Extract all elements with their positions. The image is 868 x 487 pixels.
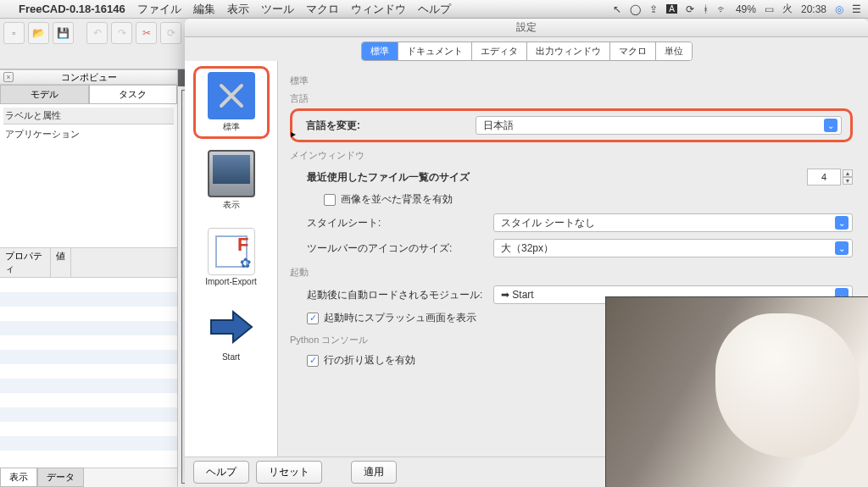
- battery-icon: ▭: [765, 3, 774, 15]
- pref-tab-output[interactable]: 出力ウィンドウ: [527, 42, 610, 60]
- cat-start-label: Start: [222, 352, 240, 362]
- app-name[interactable]: FreeCAD-0.18-16146: [19, 3, 125, 15]
- pref-tab-macro[interactable]: マクロ: [610, 42, 656, 60]
- dropdown-arrow-icon: ⌄: [835, 216, 849, 230]
- language-select[interactable]: 日本語 ⌄: [476, 116, 842, 135]
- menu-macro[interactable]: マクロ: [306, 2, 339, 17]
- control-center-icon[interactable]: ☰: [852, 3, 861, 15]
- property-header: プロパティ 値: [0, 248, 177, 278]
- status-circle-icon: ◯: [630, 3, 641, 15]
- import-export-icon: F ✿: [208, 228, 255, 275]
- tools-icon: [208, 72, 255, 119]
- cat-start[interactable]: Start: [193, 297, 270, 368]
- open-file-icon[interactable]: 📂: [28, 22, 49, 44]
- property-grid[interactable]: [0, 278, 177, 468]
- spin-down-icon[interactable]: ▼: [843, 177, 853, 185]
- wrap-label: 行の折り返しを有効: [324, 353, 415, 368]
- col-value: 値: [51, 248, 71, 277]
- pref-tab-units[interactable]: 単位: [656, 42, 692, 60]
- cat-general[interactable]: 標準: [193, 66, 270, 139]
- refresh-icon[interactable]: ⟳: [160, 22, 181, 44]
- menu-edit[interactable]: 編集: [193, 2, 215, 17]
- undo-icon[interactable]: ↶: [86, 22, 108, 44]
- clock-time: 20:38: [801, 3, 826, 15]
- recent-files-label: 最近使用したファイル一覧のサイズ: [307, 170, 493, 185]
- recent-files-value: 4: [821, 172, 826, 182]
- splash-label: 起動時にスプラッシュ画面を表示: [324, 311, 476, 325]
- dropbox-icon[interactable]: ⇪: [649, 3, 658, 15]
- cat-import-export[interactable]: F ✿ Import-Export: [193, 222, 270, 292]
- dropdown-arrow-icon: ⌄: [824, 119, 837, 132]
- icon-size-select[interactable]: 大（32px） ⌄: [493, 239, 853, 257]
- clock-day: 火: [782, 2, 793, 16]
- panel-close-icon[interactable]: ×: [3, 72, 14, 82]
- tab-data[interactable]: データ: [37, 468, 84, 487]
- recent-files-spinner[interactable]: 4: [807, 169, 841, 185]
- webcam-overlay: [605, 296, 868, 487]
- tab-task[interactable]: タスク: [89, 85, 178, 104]
- dropdown-arrow-icon: ⌄: [835, 241, 849, 255]
- cat-import-export-label: Import-Export: [205, 277, 257, 286]
- tree-view[interactable]: ラベルと属性 アプリケーション: [0, 104, 177, 248]
- mac-menubar: FreeCAD-0.18-16146 ファイル 編集 表示 ツール マクロ ウィ…: [0, 0, 868, 19]
- splash-checkbox[interactable]: [307, 313, 319, 324]
- language-label: 言語を変更:: [306, 119, 476, 133]
- tiled-bg-checkbox[interactable]: [324, 194, 336, 206]
- dialog-tabbar: 標準 ドキュメント エディタ 出力ウィンドウ マクロ 単位: [185, 37, 868, 61]
- menu-window[interactable]: ウィンドウ: [351, 2, 406, 17]
- group-startup: 起動: [290, 266, 853, 279]
- pref-tab-editor[interactable]: エディタ: [472, 42, 527, 60]
- menubar-right: ↖ ◯ ⇪ A ⟳ ᚼ ᯤ 49% ▭ 火 20:38 ◎ ☰: [613, 2, 861, 16]
- spin-up-icon[interactable]: ▲: [843, 169, 853, 177]
- tab-view[interactable]: 表示: [0, 468, 37, 487]
- bluetooth-icon[interactable]: ᚼ: [703, 3, 709, 15]
- wifi-icon[interactable]: ᯤ: [717, 3, 727, 15]
- autoload-value: ➡ Start: [501, 289, 534, 301]
- pref-tab-document[interactable]: ドキュメント: [398, 42, 472, 60]
- menu-view[interactable]: 表示: [227, 2, 249, 17]
- menu-tools[interactable]: ツール: [261, 2, 294, 17]
- status-arrow-icon: ↖: [613, 3, 621, 15]
- redo-icon[interactable]: ↷: [111, 22, 132, 44]
- cat-display[interactable]: 表示: [193, 144, 270, 217]
- stylesheet-value: スタイル シートなし: [501, 216, 595, 230]
- stylesheet-select[interactable]: スタイル シートなし ⌄: [493, 213, 853, 232]
- input-menu-icon[interactable]: A: [666, 4, 677, 14]
- group-general-top: 標準: [290, 75, 853, 87]
- cut-icon[interactable]: ✂: [136, 22, 157, 44]
- pref-tab-general[interactable]: 標準: [362, 42, 398, 60]
- combo-view-titlebar: × コンポビュー: [0, 69, 177, 85]
- cat-general-label: 標準: [223, 121, 240, 133]
- new-file-icon[interactable]: ▫: [3, 22, 25, 44]
- cursor-icon: ▸: [291, 128, 296, 140]
- tab-model[interactable]: モデル: [0, 85, 89, 104]
- col-property: プロパティ: [0, 248, 51, 277]
- dialog-title: 設定: [185, 19, 868, 37]
- battery-text: 49%: [736, 3, 756, 15]
- save-file-icon[interactable]: 💾: [53, 22, 74, 44]
- icon-size-value: 大（32px）: [501, 241, 554, 256]
- start-arrow-icon: [208, 303, 255, 351]
- svg-marker-2: [211, 312, 252, 342]
- cat-display-label: 表示: [223, 199, 240, 211]
- presenter-figure: [715, 313, 860, 457]
- reset-button[interactable]: リセット: [256, 461, 322, 484]
- spotlight-icon[interactable]: ◎: [835, 3, 843, 15]
- combo-view-title: コンポビュー: [61, 71, 117, 84]
- apply-button[interactable]: 適用: [351, 461, 397, 484]
- stylesheet-label: スタイルシート:: [307, 216, 493, 230]
- menu-help[interactable]: ヘルプ: [418, 2, 451, 17]
- language-value: 日本語: [483, 119, 514, 133]
- menu-file[interactable]: ファイル: [137, 2, 181, 17]
- combo-view-panel: × コンポビュー モデル タスク ラベルと属性 アプリケーション プロパティ 値…: [0, 69, 178, 487]
- group-mainwindow: メインウィンドウ: [290, 149, 853, 162]
- tree-header: ラベルと属性: [3, 108, 174, 125]
- sync-icon[interactable]: ⟳: [686, 3, 694, 15]
- language-row: ▸ 言語を変更: 日本語 ⌄: [290, 108, 853, 142]
- tree-item-app[interactable]: アプリケーション: [3, 125, 174, 144]
- category-list[interactable]: 標準 表示 F ✿ Import-Export Sta: [185, 61, 278, 457]
- icon-size-label: ツールバーのアイコンのサイズ:: [307, 241, 493, 256]
- autoload-label: 起動後に自動ロードされるモジュール:: [307, 288, 493, 302]
- help-button[interactable]: ヘルプ: [193, 461, 249, 484]
- wrap-checkbox[interactable]: [307, 355, 319, 367]
